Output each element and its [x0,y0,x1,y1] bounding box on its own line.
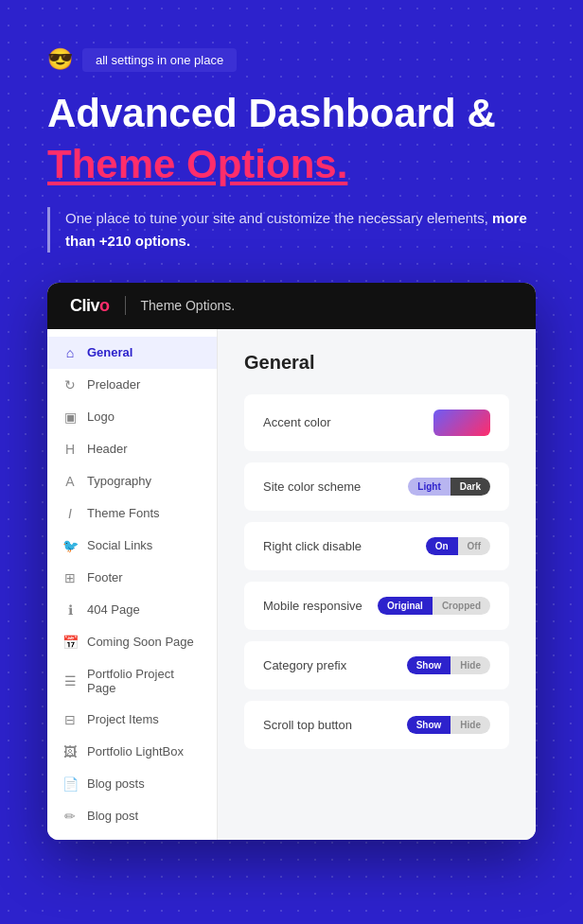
sidebar-label-typography: Typography [87,474,151,488]
color-scheme-dark-option[interactable]: Dark [450,478,490,496]
sidebar-label-blog-posts: Blog posts [87,776,145,791]
right-click-off-option[interactable]: Off [458,537,490,555]
image-icon: ▣ [62,410,78,425]
heading-icon: H [62,442,78,457]
sidebar-item-general[interactable]: ⌂ General [47,337,217,369]
main-section-title: General [244,352,509,374]
font-icon: A [62,474,78,489]
right-click-on-option[interactable]: On [426,537,458,555]
sidebar-item-portfolio-lightbox[interactable]: 🖼 Portfolio LightBox [47,736,217,768]
scroll-top-toggle[interactable]: Show Hide [407,716,490,734]
sidebar-item-portfolio-project[interactable]: ☰ Portfolio Project Page [47,658,217,704]
panel-header-divider [125,296,126,315]
setting-row-accent-color: Accent color [244,394,509,451]
grid4-icon: ⊟ [62,712,78,727]
sidebar-label-footer: Footer [87,570,123,584]
mobile-responsive-toggle[interactable]: Original Cropped [378,597,490,615]
color-scheme-label: Site color scheme [263,479,361,494]
dashboard-panel: Clivo Theme Options. ⌂ General ↻ Preload… [47,283,536,840]
category-prefix-show-option[interactable]: Show [407,656,451,674]
panel-body: ⌂ General ↻ Preloader ▣ Logo H Header A [47,329,536,840]
refresh-icon: ↻ [62,377,78,392]
grid-icon: ⊞ [62,570,78,585]
setting-row-mobile-responsive: Mobile responsive Original Cropped [244,582,509,630]
twitter-icon: 🐦 [62,538,78,553]
sidebar-item-blog-post[interactable]: ✏ Blog post [47,800,217,832]
sidebar-item-logo[interactable]: ▣ Logo [47,401,217,433]
sidebar-item-header[interactable]: H Header [47,433,217,465]
info-icon: ℹ [62,602,78,618]
sidebar-item-footer[interactable]: ⊞ Footer [47,562,217,594]
home-icon: ⌂ [62,345,78,360]
sidebar-label-general: General [87,345,132,359]
sidebar-item-blog-posts[interactable]: 📄 Blog posts [47,768,217,800]
hero-title-line2: Theme Options. [47,142,536,187]
sidebar-item-coming-soon[interactable]: 📅 Coming Soon Page [47,626,217,658]
scroll-top-show-option[interactable]: Show [407,716,451,734]
sidebar-label-project-items: Project Items [87,712,159,726]
page-wrapper: 😎 all settings in one place Advanced Das… [0,0,583,878]
italic-icon: I [62,506,78,521]
sidebar-item-404[interactable]: ℹ 404 Page [47,594,217,626]
mobile-responsive-cropped-option[interactable]: Cropped [433,597,490,615]
sidebar-label-portfolio-lightbox: Portfolio LightBox [87,744,184,758]
picture-icon: 🖼 [62,744,78,759]
sidebar: ⌂ General ↻ Preloader ▣ Logo H Header A [47,329,218,840]
category-prefix-hide-option[interactable]: Hide [450,656,490,674]
sidebar-item-social-links[interactable]: 🐦 Social Links [47,530,217,562]
sidebar-item-typography[interactable]: A Typography [47,465,217,497]
sidebar-label-blog-post: Blog post [87,809,138,823]
sidebar-label-preloader: Preloader [87,377,140,392]
mobile-responsive-label: Mobile responsive [263,599,362,613]
sidebar-label-404: 404 Page [87,602,140,617]
sidebar-label-coming-soon: Coming Soon Page [87,635,194,649]
accent-color-label: Accent color [263,415,331,429]
scroll-top-label: Scroll top button [263,718,352,732]
color-scheme-light-option[interactable]: Light [408,478,450,496]
hero-subtitle: One place to tune your site and customiz… [47,207,536,253]
right-click-toggle[interactable]: On Off [426,537,490,555]
badge-emoji: 😎 [47,47,73,72]
sidebar-item-preloader[interactable]: ↻ Preloader [47,369,217,401]
scroll-top-hide-option[interactable]: Hide [450,716,490,734]
setting-row-color-scheme: Site color scheme Light Dark [244,462,509,511]
calendar-icon: 📅 [62,635,78,650]
panel-header: Clivo Theme Options. [47,283,536,329]
category-prefix-toggle[interactable]: Show Hide [407,656,490,674]
file-icon: 📄 [62,776,78,792]
sidebar-label-social-links: Social Links [87,538,152,552]
badge-label: all settings in one place [82,48,237,72]
top-badge: 😎 all settings in one place [47,47,536,72]
right-click-label: Right click disable [263,539,362,553]
hero-subtitle-normal: One place to tune your site and customiz… [65,210,488,226]
panel-header-label: Theme Options. [141,298,236,313]
setting-row-category-prefix: Category prefix Show Hide [244,641,509,689]
edit-icon: ✏ [62,809,78,824]
main-content: General Accent color Site color scheme L… [218,329,536,840]
sidebar-item-project-items[interactable]: ⊟ Project Items [47,704,217,736]
list-icon: ☰ [62,673,78,689]
sidebar-label-theme-fonts: Theme Fonts [87,506,160,520]
mobile-responsive-original-option[interactable]: Original [378,597,433,615]
accent-color-swatch[interactable] [433,410,490,436]
sidebar-label-logo: Logo [87,410,115,424]
setting-row-scroll-top: Scroll top button Show Hide [244,701,509,749]
color-scheme-toggle[interactable]: Light Dark [408,478,490,496]
panel-logo: Clivo [70,296,110,316]
hero-title-line1: Advanced Dashboard & [47,91,536,136]
setting-row-right-click: Right click disable On Off [244,522,509,570]
hero-text: Advanced Dashboard & Theme Options. One … [47,91,536,253]
category-prefix-label: Category prefix [263,658,346,672]
sidebar-label-header: Header [87,442,128,456]
sidebar-item-theme-fonts[interactable]: I Theme Fonts [47,497,217,530]
sidebar-label-portfolio-project: Portfolio Project Page [87,667,202,695]
